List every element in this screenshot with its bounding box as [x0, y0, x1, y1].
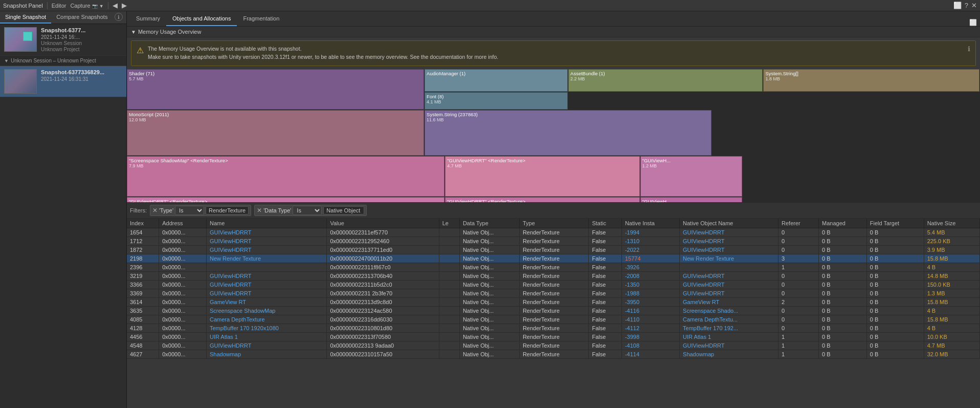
table-cell — [439, 228, 459, 237]
table-cell[interactable]: GUIViewHDRRT — [680, 289, 778, 297]
treemap-cell[interactable]: "Screenspace ShadowMap" <RenderTexture>7… — [127, 156, 444, 197]
table-cell[interactable]: GUIViewHDRRT — [680, 280, 778, 289]
col-le[interactable]: Le — [439, 219, 459, 228]
table-cell[interactable]: GameView RT — [206, 297, 326, 306]
menu-editor[interactable]: Editor — [52, 3, 66, 9]
table-cell[interactable]: Camera DepthTextu... — [680, 315, 778, 324]
tab-summary[interactable]: Summary — [130, 11, 166, 26]
prev-button[interactable]: ◀ — [113, 2, 118, 9]
treemap-cell[interactable]: "GUIViewHDRRT" <RenderTexture>5.4 MB — [445, 197, 639, 202]
col-ninst[interactable]: Native Insta — [621, 219, 679, 228]
col-value[interactable]: Value — [327, 219, 439, 228]
warning-info-icon[interactable]: ℹ — [968, 45, 970, 53]
table-cell[interactable]: GUIViewHDRRT — [206, 245, 326, 254]
treemap-cell[interactable]: System.String (237863)11.6 MB — [425, 110, 711, 156]
table-cell: Native Obj... — [459, 350, 519, 358]
table-row[interactable]: 46270x0000...Shadowmap0x000000022310157a… — [127, 350, 980, 358]
table-cell[interactable]: GameView RT — [680, 297, 778, 306]
table-cell[interactable]: TempBuffer 170 192... — [680, 324, 778, 332]
treemap-cell[interactable]: System.String[]1.8 MB — [763, 69, 979, 92]
table-row[interactable]: 36350x0000...Screenspace ShadowMap0x0000… — [127, 306, 980, 315]
snapshot-item-active[interactable]: Snapshot-6377336829... 2021-11-24 16:31:… — [0, 66, 126, 97]
table-cell[interactable] — [206, 263, 326, 271]
col-managed[interactable]: Managed — [819, 219, 867, 228]
table-cell[interactable]: Screenspace Shado... — [680, 306, 778, 315]
maximize-right-button[interactable]: ⬜ — [969, 19, 977, 26]
menu-capture[interactable]: Capture 📷 ▼ — [70, 3, 103, 9]
table-cell[interactable]: GUIViewHDRRT — [206, 341, 326, 350]
table-row[interactable]: 40850x0000...Camera DepthTexture0x000000… — [127, 315, 980, 324]
col-address[interactable]: Address — [159, 219, 207, 228]
treemap-cell[interactable]: AudioManager (1) — [425, 69, 568, 92]
filter-2-remove[interactable]: ✕ — [257, 207, 262, 214]
col-static[interactable]: Static — [589, 219, 621, 228]
col-dtype[interactable]: Data Type — [459, 219, 519, 228]
col-field[interactable]: Field Target — [866, 219, 924, 228]
table-row[interactable]: 17120x0000...GUIViewHDRRT0x0000002231295… — [127, 237, 980, 245]
treemap-cell[interactable]: "GUIViewHDRRT" <RenderTexture>4.7 MB — [445, 156, 639, 197]
table-row[interactable]: 33660x0000...GUIViewHDRRT0x000000022311b… — [127, 280, 980, 289]
col-name[interactable]: Name — [206, 219, 326, 228]
snapshot-item-top[interactable]: Snapshot-6377... 2021-11-24 16:... Unkno… — [0, 24, 126, 56]
table-cell: False — [589, 306, 621, 315]
treemap-cell[interactable]: "GUIViewH...3.9 MB — [640, 197, 743, 202]
table-cell[interactable]: Screenspace ShadowMap — [206, 306, 326, 315]
treemap-cell[interactable]: "GUIViewH...1.2 MB — [640, 156, 743, 197]
table-cell[interactable]: GUIViewHDRRT — [680, 271, 778, 280]
table-row[interactable]: 18720x0000...GUIViewHDRRT0x0000002231377… — [127, 245, 980, 254]
treemap-cell[interactable]: "GUIViewHDRRT" <RenderTexture>14.8 MB — [127, 197, 444, 202]
close-button[interactable]: ✕ — [971, 2, 977, 9]
treemap-cell[interactable]: Font (8)4.1 MB — [425, 92, 568, 110]
data-table-wrap[interactable]: Index Address Name Value Le Data Type Ty… — [127, 219, 980, 409]
table-cell[interactable]: GUIViewHDRRT — [680, 228, 778, 237]
treemap-cell[interactable]: MonoScript (2011)12.0 MB — [127, 110, 424, 156]
tab-fragmentation[interactable]: Fragmentation — [237, 11, 285, 26]
filter-2-op[interactable]: Is Is Not — [293, 206, 322, 215]
table-cell[interactable]: GUIViewHDRRT — [680, 237, 778, 245]
info-button[interactable]: ? — [965, 2, 968, 9]
table-cell[interactable]: GUIViewHDRRT — [206, 237, 326, 245]
table-cell[interactable]: Shadowmap — [206, 350, 326, 358]
maximize-button[interactable]: ⬜ — [953, 2, 962, 9]
table-cell[interactable]: GUIViewHDRRT — [206, 289, 326, 297]
col-index[interactable]: Index — [127, 219, 159, 228]
table-cell: False — [589, 271, 621, 280]
table-cell[interactable]: Camera DepthTexture — [206, 315, 326, 324]
table-cell[interactable]: GUIViewHDRRT — [680, 245, 778, 254]
treemap-cell[interactable]: Shader (71)5.7 MB — [127, 69, 424, 110]
table-row[interactable]: 21980x0000...New Render Texture0x0000002… — [127, 254, 980, 263]
table-cell[interactable]: UIR Atlas 1 — [206, 332, 326, 341]
table-row[interactable]: 44560x0000...UIR Atlas 10x000000022313f7… — [127, 332, 980, 341]
tab-compare-snapshots[interactable]: Compare Snapshots — [51, 11, 113, 24]
col-nname[interactable]: Native Object Name — [680, 219, 778, 228]
tab-info-icon[interactable]: ℹ — [115, 13, 123, 21]
table-cell: 3.9 MB — [924, 245, 979, 254]
table-row[interactable]: 41280x0000...TempBuffer 170 1920x10800x0… — [127, 324, 980, 332]
table-row[interactable]: 16540x0000...GUIViewHDRRT0x00000022311ef… — [127, 228, 980, 237]
table-row[interactable]: 45480x0000...GUIViewHDRRT0x000000022313 … — [127, 341, 980, 350]
treemap-cell[interactable]: AssetBundle (1)2.2 MB — [568, 69, 763, 92]
table-row[interactable]: 23960x0000...0x000000022311f867c0Native … — [127, 263, 980, 271]
filter-1-op[interactable]: Is Is Not — [175, 206, 204, 215]
table-row[interactable]: 33690x0000...GUIViewHDRRT0x00000002231 2… — [127, 289, 980, 297]
table-cell[interactable]: Shadowmap — [680, 350, 778, 358]
table-row[interactable]: 36140x0000...GameView RT0x000000022313d9… — [127, 297, 980, 306]
table-cell[interactable] — [680, 263, 778, 271]
tab-single-snapshot[interactable]: Single Snapshot — [0, 11, 51, 24]
memory-section-header[interactable]: ▼ Memory Usage Overview — [127, 27, 980, 37]
table-cell[interactable]: GUIViewHDRRT — [206, 228, 326, 237]
col-nsize[interactable]: Native Size — [924, 219, 979, 228]
table-cell[interactable]: GUIViewHDRRT — [206, 280, 326, 289]
table-cell[interactable]: New Render Texture — [206, 254, 326, 263]
table-cell[interactable]: GUIViewHDRRT — [206, 271, 326, 280]
next-button[interactable]: ▶ — [122, 2, 127, 9]
table-cell[interactable]: New Render Texture — [680, 254, 778, 263]
table-cell[interactable]: TempBuffer 170 1920x1080 — [206, 324, 326, 332]
col-type[interactable]: Type — [519, 219, 589, 228]
filter-1-remove[interactable]: ✕ — [152, 207, 158, 214]
tab-objects-allocations[interactable]: Objects and Allocations — [166, 11, 237, 26]
table-cell[interactable]: UIR Atlas 1 — [680, 332, 778, 341]
col-ref[interactable]: Referer — [778, 219, 819, 228]
table-row[interactable]: 32190x0000...GUIViewHDRRT0x0000000223137… — [127, 271, 980, 280]
table-cell[interactable]: GUIViewHDRRT — [680, 341, 778, 350]
